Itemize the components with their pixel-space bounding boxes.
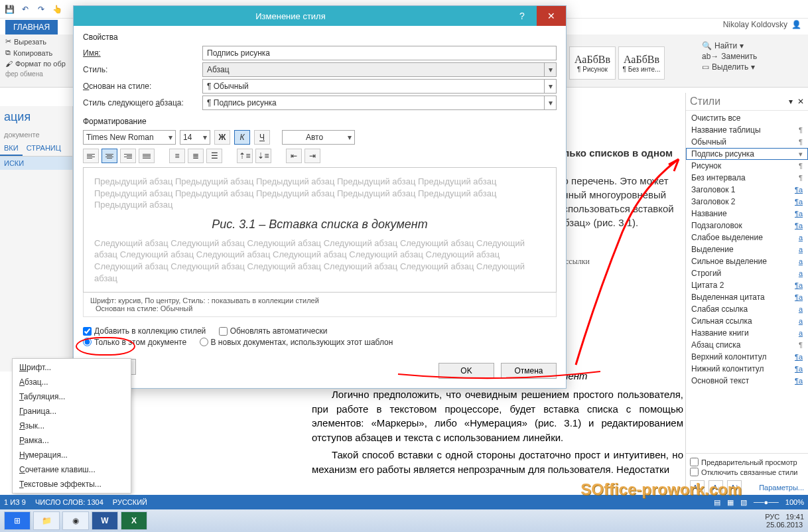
word-icon[interactable]: W (92, 511, 118, 530)
dialog-close-icon[interactable]: ✕ (537, 6, 566, 26)
find-button[interactable]: 🔍 Найти ▾ (702, 41, 801, 50)
tray-clock[interactable]: РУС 19:41 25.06.2013 (765, 513, 804, 529)
style-tile-2[interactable]: АаБбВв¶ Без инте... (618, 46, 665, 80)
chevron-down-icon[interactable]: ▾ (199, 133, 207, 142)
style-tile-1[interactable]: АаБбВв¶ Рисунок (569, 46, 616, 80)
format-menu-item[interactable]: Сочетание клавиш... (13, 462, 131, 477)
align-right-icon[interactable] (120, 149, 136, 163)
styles-gallery[interactable]: АаБбВв¶ Рисунок АаБбВв¶ Без инте... (569, 40, 675, 86)
style-row[interactable]: Название¶a (686, 208, 808, 220)
styles-options-link[interactable]: Параметры... (759, 484, 804, 492)
line-spacing-2-icon[interactable]: ☰ (206, 149, 222, 163)
user-account[interactable]: Nikolay Koldovsky 👤 (723, 20, 801, 29)
chevron-down-icon[interactable]: ▾ (165, 133, 172, 142)
indent-decrease-icon[interactable]: ⇤ (286, 149, 302, 163)
disable-linked-checkbox[interactable]: Отключить связанные стили (690, 468, 804, 476)
dialog-titlebar[interactable]: Изменение стиля ? ✕ (74, 6, 566, 26)
view-print-icon[interactable]: ▦ (727, 498, 734, 507)
view-read-icon[interactable]: ▤ (714, 498, 720, 507)
nav-tab-headings[interactable]: ВКИ (0, 141, 23, 156)
replace-button[interactable]: ab→ Заменить (702, 52, 801, 61)
style-row[interactable]: Заголовок 1¶a (686, 184, 808, 196)
align-center-icon[interactable] (101, 149, 117, 163)
italic-button[interactable]: К (234, 130, 250, 145)
format-menu-item[interactable]: Табуляция... (13, 389, 131, 404)
font-combo[interactable]: Times New Roman▾ (83, 130, 176, 145)
style-row[interactable]: Заголовок 2¶a (686, 196, 808, 208)
format-menu-item[interactable]: Шрифт... (13, 360, 131, 375)
style-row[interactable]: Название книгиa (686, 327, 808, 339)
style-row[interactable]: Название таблицы¶ (686, 124, 808, 136)
explorer-icon[interactable]: 📁 (33, 511, 60, 530)
start-icon[interactable]: ⊞ (4, 511, 31, 530)
redo-icon[interactable]: ↷ (34, 3, 48, 16)
name-field[interactable]: Подпись рисунка (202, 46, 557, 60)
style-row[interactable]: Слабая ссылкаa (686, 303, 808, 315)
nav-tab-pages[interactable]: СТРАНИЦ (23, 141, 65, 156)
bold-button[interactable]: Ж (214, 130, 230, 145)
based-on-field[interactable]: ¶ Обычный▾ (202, 79, 557, 94)
style-type-field[interactable]: Абзац▾ (202, 62, 557, 77)
style-row[interactable]: Выделенная цитата¶a (686, 291, 808, 303)
cancel-button[interactable]: Отмена (501, 363, 557, 379)
status-words[interactable]: ЧИСЛО СЛОВ: 1304 (35, 498, 103, 506)
chevron-down-icon[interactable]: ▾ (544, 96, 556, 109)
chevron-down-icon[interactable]: ▾ (544, 63, 556, 76)
space-before-icon[interactable]: ⇡≡ (237, 149, 253, 163)
format-painter-button[interactable]: 🖌 Формат по обр (5, 60, 66, 68)
style-row[interactable]: Обычный¶ (686, 136, 808, 148)
indent-increase-icon[interactable]: ⇥ (304, 149, 320, 163)
align-left-icon[interactable] (83, 149, 99, 163)
style-row[interactable]: Строгийa (686, 267, 808, 279)
copy-button[interactable]: ⧉ Копировать (5, 48, 66, 57)
only-this-doc-radio[interactable]: Только в этом документе (83, 338, 186, 347)
nav-item-lists[interactable]: ИСКИ (0, 157, 72, 170)
status-lang[interactable]: РУССКИЙ (113, 498, 147, 506)
style-row[interactable]: Сильная ссылкаa (686, 315, 808, 327)
add-to-gallery-checkbox[interactable]: Добавить в коллекцию стилей (83, 326, 206, 336)
dialog-help-icon[interactable]: ? (507, 6, 537, 26)
select-button[interactable]: ▭ Выделить ▾ (702, 62, 801, 72)
align-justify-icon[interactable] (139, 149, 155, 163)
style-row[interactable]: Выделениеa (686, 243, 808, 255)
style-row[interactable]: Рисунок¶ (686, 160, 808, 172)
format-menu-item[interactable]: Граница... (13, 404, 131, 419)
style-row[interactable]: Основной текст¶a (686, 375, 808, 387)
save-icon[interactable]: 💾 (3, 3, 16, 16)
touch-mode-icon[interactable]: 👆 (50, 3, 64, 16)
undo-icon[interactable]: ↶ (19, 3, 32, 16)
format-menu-item[interactable]: Язык... (13, 419, 131, 433)
chevron-down-icon[interactable]: ▾ (544, 80, 556, 93)
next-para-field[interactable]: ¶ Подпись рисунка▾ (202, 96, 557, 110)
styles-list[interactable]: Очистить всеНазвание таблицы¶Обычный¶Под… (686, 111, 808, 453)
style-row[interactable]: Подпись рисунка▾ (686, 148, 808, 160)
auto-update-checkbox[interactable]: Обновлять автоматически (219, 326, 328, 336)
style-row[interactable]: Нижний колонтитул¶a (686, 363, 808, 375)
nav-search-hint[interactable]: документе (0, 128, 72, 141)
show-preview-checkbox[interactable]: Предварительный просмотр (690, 458, 804, 466)
style-row[interactable]: Подзаголовок¶a (686, 220, 808, 232)
format-menu-item[interactable]: Текстовые эффекты... (13, 477, 131, 492)
chevron-down-icon[interactable]: ▾ (344, 133, 352, 142)
style-row[interactable]: Абзац списка¶ (686, 339, 808, 351)
underline-button[interactable]: Ч (254, 130, 270, 145)
space-after-icon[interactable]: ⇣≡ (255, 149, 271, 163)
excel-icon[interactable]: X (121, 511, 147, 530)
status-page[interactable]: 1 ИЗ 9 (4, 498, 26, 506)
chrome-icon[interactable]: ◉ (62, 511, 89, 530)
style-row[interactable]: Без интервала¶ (686, 172, 808, 184)
style-row[interactable]: Слабое выделениеa (686, 232, 808, 243)
format-menu[interactable]: Шрифт...Абзац...Табуляция...Граница...Яз… (12, 358, 131, 494)
font-color-combo[interactable]: Авто▾ (282, 130, 355, 145)
style-row[interactable]: Сильное выделениеa (686, 255, 808, 267)
size-combo[interactable]: 14▾ (180, 130, 210, 145)
styles-pane-close-icon[interactable]: ▾ ✕ (789, 97, 804, 106)
style-row[interactable]: Верхний колонтитул¶a (686, 351, 808, 363)
line-spacing-1-icon[interactable]: ≡ (169, 149, 185, 163)
view-web-icon[interactable]: ▧ (740, 498, 747, 507)
line-spacing-1_5-icon[interactable]: ≣ (188, 149, 204, 163)
cut-button[interactable]: ✂ Вырезать (5, 37, 66, 46)
style-row[interactable]: Очистить все (686, 112, 808, 124)
zoom-level[interactable]: 100% (785, 498, 804, 506)
style-row[interactable]: Цитата 2¶a (686, 279, 808, 291)
